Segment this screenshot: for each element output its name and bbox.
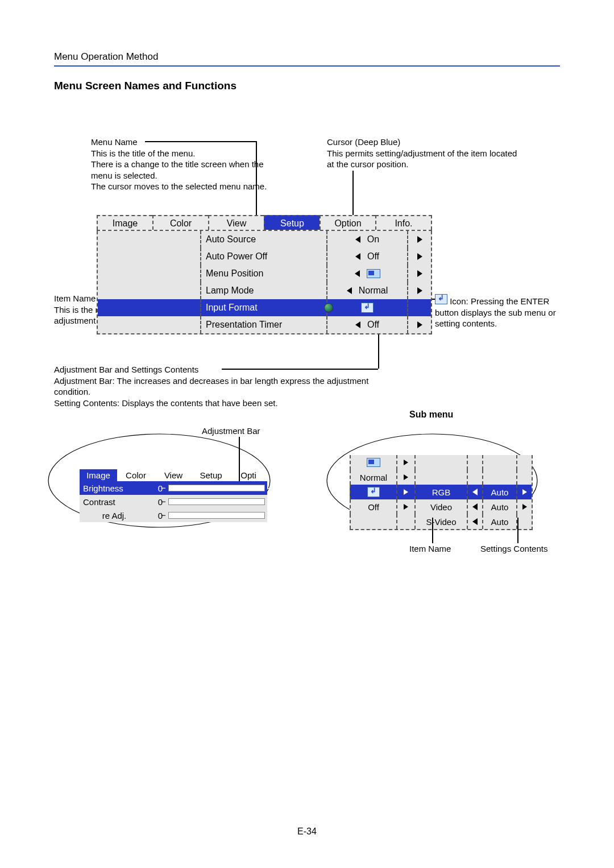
adjustment-table: Image Color View Setup Opti Brightness 0… [80, 469, 267, 522]
sub-row-value: Auto [482, 499, 517, 514]
leader-line [256, 141, 257, 215]
adj-tab-color[interactable]: Color [117, 469, 155, 481]
adjustment-bar[interactable]: −+ [168, 485, 265, 491]
sub-row-value: Auto [482, 485, 517, 499]
sub-row-video[interactable]: Off Video Auto [350, 499, 532, 514]
arrow-left-icon[interactable] [355, 236, 360, 243]
menu-row-presentation-timer[interactable]: Presentation Timer Off [98, 316, 431, 333]
arrow-right-icon[interactable] [417, 287, 422, 294]
sub-menu-title: Sub menu [409, 410, 453, 420]
menu-row-label: Menu Position [200, 265, 327, 282]
adj-row-contrast[interactable]: Contrast 0 − [80, 495, 267, 509]
menu-tab-info[interactable]: Info. [375, 215, 432, 230]
menu-tab-setup[interactable]: Setup [264, 215, 320, 230]
menu-row-label: Auto Source [200, 231, 327, 248]
position-icon [367, 458, 380, 467]
menu-row-lamp-mode[interactable]: Lamp Mode Normal [98, 282, 431, 299]
sub-row-name: RGB [414, 485, 468, 499]
breadcrumb: Menu Operation Method [54, 51, 158, 63]
main-menu-figure: Image Color View Setup Option Info. Auto… [97, 215, 432, 334]
menu-row-auto-source[interactable]: Auto Source On [98, 231, 431, 248]
sub-row-normal[interactable]: Normal [350, 470, 532, 485]
annotation-adj-bar-body2: Setting Contents: Displays the contents … [54, 398, 278, 408]
adj-row-name: Brightness [80, 483, 146, 493]
menu-rows: Auto Source On Auto Power Off Off Menu P… [97, 231, 432, 334]
adj-row-name: re Adj. [80, 511, 146, 520]
annotation-cursor-title: Cursor (Deep Blue) [327, 137, 400, 147]
cursor-marker-icon [324, 303, 333, 312]
enter-icon [361, 303, 374, 313]
sub-row-s-video[interactable]: S-Video Auto [350, 514, 532, 529]
adjustment-figure: Image Color View Setup Opti Brightness 0… [45, 424, 273, 529]
arrow-right-icon[interactable] [404, 474, 408, 480]
arrow-left-icon[interactable] [347, 287, 352, 294]
sub-row-name: S-Video [414, 514, 468, 529]
adj-tab-setup[interactable]: Setup [192, 469, 230, 481]
adj-tab-option[interactable]: Opti [230, 469, 267, 481]
sub-row-value: Auto [482, 514, 517, 529]
annotation-adj-bar-body1: Adjustment Bar: The increases and decrea… [54, 376, 368, 397]
position-icon [367, 269, 380, 278]
menu-tab-color[interactable]: Color [152, 215, 208, 230]
enter-icon [435, 294, 447, 304]
annotation-item-name-title: Item Name [54, 294, 96, 303]
arrow-right-icon[interactable] [522, 504, 527, 510]
arrow-left-icon[interactable] [355, 270, 360, 277]
sub-menu-table: Normal RGB Auto Off Video Auto S-Video A… [350, 455, 533, 530]
menu-row-value: On [367, 234, 379, 245]
arrow-right-icon[interactable] [417, 270, 422, 277]
menu-row-value: Off [367, 320, 379, 330]
arrow-right-icon[interactable] [522, 489, 527, 495]
section-title: Menu Screen Names and Functions [54, 80, 237, 92]
arrow-left-icon[interactable] [355, 253, 360, 260]
adjustment-bar[interactable]: − [168, 512, 265, 519]
leader-line [432, 518, 433, 543]
adjustment-bar[interactable]: − [168, 498, 265, 505]
adj-row-re-adj[interactable]: re Adj. 0 − [80, 509, 267, 522]
sub-menu-item-name-label: Item Name [409, 543, 451, 555]
menu-row-label: Presentation Timer [200, 316, 327, 333]
arrow-left-icon[interactable] [355, 321, 360, 328]
arrow-left-icon[interactable] [472, 503, 478, 510]
annotation-menu-name-body: This is the title of the menu. There is … [91, 148, 267, 192]
header-divider [54, 65, 560, 67]
arrow-right-icon[interactable] [404, 489, 408, 495]
arrow-right-icon[interactable] [417, 236, 422, 243]
menu-tab-view[interactable]: View [208, 215, 264, 230]
annotation-adj-bar: Adjustment Bar and Settings Contents Adj… [54, 364, 406, 408]
sub-row[interactable] [350, 455, 532, 470]
arrow-right-icon[interactable] [417, 253, 422, 260]
menu-row-label: Input Format [200, 299, 327, 316]
arrow-right-icon[interactable] [404, 460, 408, 465]
sub-row-left: Normal [350, 470, 397, 485]
arrow-left-icon[interactable] [472, 489, 478, 495]
menu-row-menu-position[interactable]: Menu Position [98, 265, 431, 282]
arrow-right-icon[interactable] [417, 321, 422, 328]
menu-row-input-format[interactable]: Input Format [98, 299, 431, 316]
arrow-left-icon[interactable] [472, 518, 478, 525]
sub-row-left: Off [350, 499, 397, 514]
annotation-menu-name: Menu Name This is the title of the menu.… [91, 137, 279, 192]
leader-line [517, 518, 518, 543]
sub-row-rgb[interactable]: RGB Auto [350, 485, 532, 499]
sub-menu-settings-contents-label: Settings Contents [480, 543, 547, 555]
adj-tab-view[interactable]: View [155, 469, 192, 481]
sub-row-name: Video [414, 499, 468, 514]
adj-row-name: Contrast [80, 497, 146, 507]
adj-tab-image[interactable]: Image [80, 469, 117, 481]
annotation-icon: Icon: Pressing the ENTER button displays… [435, 294, 566, 329]
arrow-right-icon[interactable] [404, 504, 408, 510]
leader-line [145, 141, 256, 142]
menu-tab-image[interactable]: Image [97, 215, 152, 230]
enter-icon [367, 487, 380, 497]
annotation-cursor-body: This permits setting/adjustment of the i… [327, 148, 517, 170]
adj-row-brightness[interactable]: Brightness 0 −+ [80, 481, 267, 495]
menu-row-value: Normal [359, 286, 388, 296]
menu-tab-option[interactable]: Option [320, 215, 375, 230]
menu-tabs: Image Color View Setup Option Info. [97, 215, 432, 231]
leader-line [222, 369, 378, 370]
annotation-menu-name-title: Menu Name [91, 137, 138, 147]
annotation-adj-bar-title: Adjustment Bar and Settings Contents [54, 365, 198, 374]
menu-row-auto-power-off[interactable]: Auto Power Off Off [98, 248, 431, 265]
menu-row-label: Lamp Mode [200, 282, 327, 299]
